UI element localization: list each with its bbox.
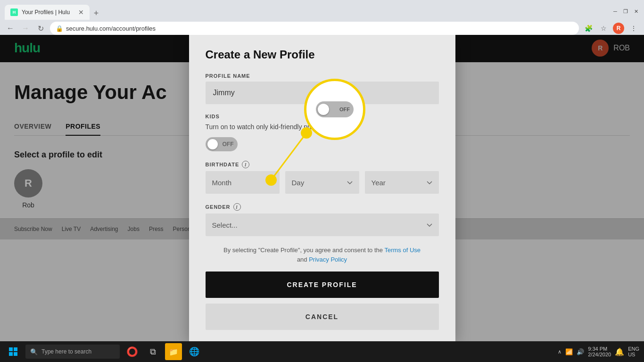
menu-icon[interactable]: ⋮: [628, 23, 639, 34]
privacy-policy-link[interactable]: Privacy Policy: [309, 256, 347, 263]
modal-overlay: Create a New Profile PROFILE NAME KIDS T…: [0, 34, 644, 341]
taskbar-search[interactable]: 🔍 Type here to search: [25, 345, 120, 359]
new-tab-button[interactable]: +: [90, 7, 103, 20]
restore-button[interactable]: ❐: [622, 8, 629, 15]
language-display: ENG: [628, 346, 639, 352]
clock[interactable]: 9:34 PM 2/24/2020: [588, 346, 611, 357]
forward-button[interactable]: →: [20, 24, 31, 33]
modal-title: Create a New Profile: [206, 48, 439, 61]
taskbar: 🔍 Type here to search ⭕ ⧉ 📁 🌐 ∧ 📶 🔊 9:34…: [0, 341, 644, 362]
create-profile-modal: Create a New Profile PROFILE NAME KIDS T…: [189, 34, 455, 341]
network-icon[interactable]: 📶: [565, 348, 573, 355]
kids-section-label: KIDS: [206, 114, 439, 119]
gender-select[interactable]: Select... Male Female Non-binary Prefer …: [206, 214, 439, 236]
terms-text: By selecting "Create Profile", you agree…: [206, 246, 439, 264]
day-select[interactable]: Day: [285, 171, 359, 194]
refresh-button[interactable]: ↻: [35, 24, 46, 33]
search-icon: 🔍: [30, 348, 38, 355]
birthdate-label: BIRTHDATE i: [206, 161, 439, 168]
birthdate-label-text: BIRTHDATE: [206, 162, 239, 167]
create-profile-button[interactable]: CREATE PROFILE: [206, 272, 439, 298]
tab-close-button[interactable]: ✕: [78, 8, 84, 16]
region-display: US: [628, 352, 639, 357]
taskbar-search-text: Type here to search: [41, 348, 91, 355]
star-icon[interactable]: ☆: [598, 23, 609, 34]
tab-bar: H Your Profiles | Hulu ✕ +: [5, 3, 606, 20]
terms-of-use-link[interactable]: Terms of Use: [384, 247, 421, 254]
month-select[interactable]: Month JanuaryFebruaryMarch AprilMayJune …: [206, 171, 280, 194]
profile-icon[interactable]: R: [613, 23, 624, 34]
year-select[interactable]: Year: [365, 171, 439, 194]
taskbar-task-view[interactable]: ⧉: [144, 343, 161, 360]
kids-description: Turn on to watch only kid-friendly progr…: [206, 123, 439, 131]
taskbar-chrome[interactable]: 🌐: [186, 343, 203, 360]
browser-icons: 🧩 ☆ R ⋮: [583, 23, 639, 34]
taskbar-cortana[interactable]: ⭕: [124, 343, 140, 360]
gender-label: GENDER i: [206, 203, 439, 211]
tab-favicon: H: [10, 8, 18, 16]
profile-name-label: PROFILE NAME: [206, 73, 439, 79]
terms-text-prefix: By selecting "Create Profile", you agree…: [223, 247, 383, 254]
tab-title: Your Profiles | Hulu: [22, 9, 70, 16]
lock-icon: 🔒: [56, 25, 63, 32]
profile-name-input[interactable]: [206, 82, 439, 104]
close-button[interactable]: ✕: [633, 8, 639, 15]
extensions-icon[interactable]: 🧩: [583, 23, 594, 34]
title-bar: H Your Profiles | Hulu ✕ + ─ ❐ ✕: [0, 0, 644, 22]
address-bar: ← → ↻ 🔒 secure.hulu.com/account/profiles…: [0, 22, 644, 35]
time-display: 9:34 PM: [588, 346, 611, 352]
system-tray: ∧ 📶 🔊 9:34 PM 2/24/2020 🔔 ENG US: [558, 346, 639, 357]
volume-icon[interactable]: 🔊: [577, 348, 584, 355]
url-box[interactable]: 🔒 secure.hulu.com/account/profiles: [50, 22, 579, 35]
gender-info-icon[interactable]: i: [233, 203, 241, 211]
kids-toggle-knob: [207, 139, 218, 149]
kids-toggle-track[interactable]: OFF: [206, 137, 238, 151]
notification-icon[interactable]: 🔔: [615, 347, 624, 356]
date-display: 2/24/2020: [588, 352, 611, 357]
birthdate-selects: Month JanuaryFebruaryMarch AprilMayJune …: [206, 171, 439, 194]
tray-chevron[interactable]: ∧: [558, 349, 561, 355]
kids-toggle-wrapper: OFF: [206, 137, 439, 151]
gender-label-text: GENDER: [206, 204, 231, 210]
browser-chrome: H Your Profiles | Hulu ✕ + ─ ❐ ✕ ← → ↻ 🔒…: [0, 0, 644, 34]
language-region: ENG US: [628, 346, 639, 357]
cancel-button[interactable]: CANCEL: [206, 304, 439, 330]
page-content: hulu R ROB Manage Your Ac OVERVIEW PROFI…: [0, 34, 644, 341]
back-button[interactable]: ←: [5, 24, 16, 33]
kids-toggle-label: OFF: [223, 141, 234, 148]
start-button[interactable]: [5, 343, 22, 360]
minimize-button[interactable]: ─: [612, 8, 619, 15]
browser-tab-active[interactable]: H Your Profiles | Hulu ✕: [5, 5, 90, 20]
window-controls: ─ ❐ ✕: [612, 8, 639, 15]
url-text: secure.hulu.com/account/profiles: [66, 25, 156, 32]
birthdate-info-icon[interactable]: i: [242, 161, 249, 168]
terms-and: and: [297, 256, 307, 263]
kids-toggle[interactable]: OFF: [206, 137, 439, 151]
windows-icon: [9, 347, 17, 356]
taskbar-files[interactable]: 📁: [165, 343, 182, 360]
